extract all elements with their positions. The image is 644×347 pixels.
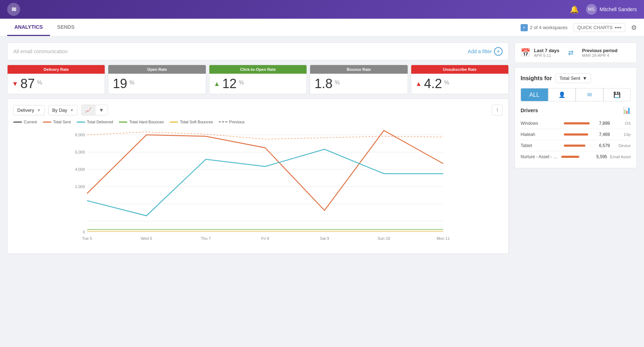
settings-icon[interactable]: ⚙ [631,24,637,32]
metric-unit-click-to-open-rate: % [239,79,244,86]
svg-text:6,000: 6,000 [75,150,85,154]
insights-tabs: ALL👤✉💾 [521,88,631,101]
user-name: Mitchell Sanders [600,6,637,12]
legend-label: Previous [229,120,245,124]
metric-card-body-delivery-rate: ▼ 87 % [8,74,105,94]
insights-tab-save[interactable]: 💾 [603,88,631,101]
drivers-title: Drivers [521,108,538,113]
driver-row: Tablet 6,579 Device [521,140,631,151]
metric-value-delivery-rate: 87 [21,77,35,90]
quick-charts-bars-icon: ▪▪▪▪ [615,25,621,30]
current-date-block[interactable]: 📅 Last 7 days APR 5-11 [521,48,559,58]
line-chart-button[interactable]: 📈 [82,105,95,115]
metric-card-bounce-rate: Bounce Rate 1.8 % [310,65,408,94]
app-logo[interactable]: ≋ [7,3,20,16]
current-date-range: APR 5-11 [534,53,559,58]
insights-tab-person[interactable]: 👤 [548,88,576,101]
insights-tab-all[interactable]: ALL [521,88,548,101]
metric-card-delivery-rate: Delivery Rate ▼ 87 % [7,65,105,94]
delivery-filter-label: Delivery [17,108,34,113]
workspace-info[interactable]: ≡ 2 of 4 workspaces [521,24,568,31]
main-content: All email communication Add a filter + D… [0,37,644,260]
svg-text:Mon 11: Mon 11 [437,236,450,241]
metric-value-bounce-rate: 1.8 [314,77,332,90]
group-by-label: By Day [52,108,67,113]
svg-text:Thu 7: Thu 7 [201,236,211,241]
app-header: ≋ 🔔 MS Mitchell Sanders [0,0,644,19]
quick-charts-button[interactable]: QUICK CHARTS ▪▪▪▪ [573,23,625,32]
total-delivered-line [87,149,443,216]
legend-color-line [169,122,178,123]
drivers-header: Drivers 📊 [521,106,631,114]
current-date-text: Last 7 days APR 5-11 [534,48,559,58]
group-by-select[interactable]: By Day ▼ [48,105,78,115]
driver-type: Device [613,143,631,148]
legend-item-total-soft-bounces: Total Soft Bounces [169,120,213,124]
insights-title: Insights for [521,75,552,82]
legend-color-line [119,122,127,123]
legend-color-line [43,122,51,123]
right-panel: 📅 Last 7 days APR 5-11 ⇄ Previous period… [514,42,637,254]
chart-type-down-icon[interactable]: ▼ [95,105,108,115]
legend-dashed-line [219,122,227,122]
insights-header: Insights for Total Sent ▼ [521,73,631,83]
nav-tabs: ANALYTICS SENDS [7,19,82,36]
legend-color-line [77,122,85,123]
insights-dropdown[interactable]: Total Sent ▼ [555,73,591,83]
driver-name: Nurture - Asset - Secret Sauc... [521,154,558,159]
driver-row: Windows 7,899 OS [521,118,631,129]
driver-bar-wrap [561,156,590,158]
export-button[interactable]: ↑ [492,105,503,115]
main-nav: ANALYTICS SENDS ≡ 2 of 4 workspaces QUIC… [0,19,644,37]
metric-unit-bounce-rate: % [335,79,340,86]
legend-label: Total Sent [53,120,71,124]
avatar: MS [586,4,597,15]
metric-value-open-rate: 19 [113,77,127,90]
chart-container: Delivery ▼ By Day ▼ 📈 ▼ ↑ CurrentTotal S… [7,99,509,254]
chart-area: 8,000 6,000 4,000 2,000 0 [13,128,503,248]
insights-tab-email[interactable]: ✉ [576,88,603,101]
legend-item-total-sent: Total Sent [43,120,71,124]
svg-text:4,000: 4,000 [75,167,85,172]
date-panel: 📅 Last 7 days APR 5-11 ⇄ Previous period… [514,42,637,63]
driver-row: Nurture - Asset - Secret Sauc... 5,595 E… [521,151,631,162]
line-chart-svg: 8,000 6,000 4,000 2,000 0 [13,128,503,246]
drivers-list: Windows 7,899 OS Hialeah 7,469 City Tabl… [521,118,631,162]
delivery-filter-select[interactable]: Delivery ▼ [13,105,45,115]
legend-label: Total Soft Bounces [180,120,213,124]
chevron-down-icon: ▼ [70,108,74,112]
metric-card-click-to-open-rate: Click-to-Open Rate ▲ 12 % [209,65,307,94]
driver-value: 6,579 [595,143,610,148]
previous-date-range: MAR 29-APR 4 [582,53,617,58]
add-filter-label: Add a filter [468,49,492,54]
driver-bar-wrap [564,133,593,136]
metric-card-header-open-rate: Open Rate [108,65,205,74]
driver-bar-wrap [564,145,593,147]
metric-arrow-click-to-open-rate: ▲ [214,80,220,88]
driver-name: Windows [521,121,561,126]
insights-dropdown-label: Total Sent [559,76,580,81]
avatar-initials: MS [588,7,595,12]
svg-text:Wed 6: Wed 6 [141,236,152,241]
legend-item-total-hard-bounces: Total Hard Bounces [119,120,164,124]
chevron-down-icon: ▼ [37,108,41,112]
bar-chart-icon[interactable]: 📊 [623,106,631,114]
svg-text:Tue 5: Tue 5 [82,236,92,241]
notification-bell-icon[interactable]: 🔔 [570,5,579,14]
driver-name: Hialeah [521,132,561,137]
logo-icon: ≋ [11,5,17,13]
driver-name: Tablet [521,143,561,148]
metric-arrow-unsubscribe-rate: ▲ [416,80,422,88]
add-filter-button[interactable]: Add a filter + [468,47,503,56]
add-filter-circle-icon: + [494,47,503,56]
tab-sends[interactable]: SENDS [50,19,82,36]
date-swap-icon: ⇄ [568,49,573,57]
insights-panel: Insights for Total Sent ▼ ALL👤✉💾 Drivers… [514,67,637,168]
driver-type: OS [613,121,631,125]
metric-card-open-rate: Open Rate 19 % [108,65,206,94]
header-right: 🔔 MS Mitchell Sanders [570,4,637,15]
chevron-down-icon: ▼ [582,76,587,81]
driver-type: Email Asset [610,155,631,159]
previous-date-block[interactable]: Previous period MAR 29-APR 4 [582,48,617,58]
tab-analytics[interactable]: ANALYTICS [7,19,50,36]
